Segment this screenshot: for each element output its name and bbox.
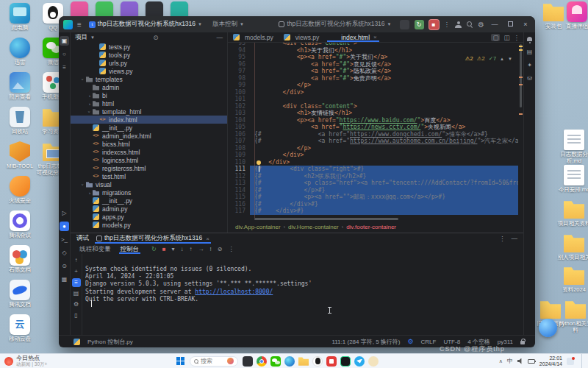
run-config-selector[interactable]: thp日志数据可视化分析系统hx1316 ▼ bbox=[276, 19, 394, 29]
evaluate-icon[interactable]: ! bbox=[210, 246, 212, 252]
vcs-widget[interactable]: 版本控制 ▼ bbox=[209, 19, 247, 29]
code-line-97[interactable]: 97 <a href="#">隐私政策</a> bbox=[228, 68, 518, 75]
code-line-100[interactable]: 100 </div> bbox=[228, 89, 518, 96]
step-over-icon[interactable]: ▾ bbox=[172, 246, 175, 252]
tree-item-admin_index.html[interactable]: <>admin_index.html bbox=[71, 132, 227, 140]
terminal-tool-icon[interactable]: >_ bbox=[60, 235, 69, 244]
tab-index-html[interactable]: index.html × bbox=[324, 32, 381, 42]
code-line-110[interactable]: 110 </div> bbox=[228, 159, 518, 166]
notes-tool-icon[interactable]: ▤ bbox=[525, 47, 534, 57]
input-method-indicator[interactable]: 中 bbox=[507, 357, 513, 365]
taskbar-app-wechat[interactable] bbox=[270, 356, 281, 367]
code-lines[interactable]: 93 <div class="content">94 <h1>关于我们</h1>… bbox=[228, 43, 518, 215]
desktop-icon-项目相关资料[interactable]: 项目相关资料 bbox=[557, 199, 588, 227]
console-settings-icon[interactable]: ⚙ bbox=[72, 300, 81, 309]
desktop-icon-腾讯会议[interactable]: 腾讯会议 bbox=[3, 210, 37, 239]
search-icon[interactable] bbox=[467, 21, 473, 27]
rerun-icon[interactable]: ↻ bbox=[151, 246, 157, 252]
code-line-114[interactable]: 114{# </p>#} bbox=[228, 187, 518, 194]
code-line-108[interactable]: 108 </p> bbox=[228, 145, 518, 152]
tree-item-bicss.html[interactable]: <>bicss.html bbox=[71, 140, 227, 148]
tree-item-templates[interactable]: ›templates bbox=[71, 75, 227, 83]
chevron-icon[interactable]: › bbox=[87, 109, 92, 115]
desktop-icon-迅雷[interactable]: 迅雷 bbox=[3, 38, 37, 66]
taskbar-app-netease-mail[interactable] bbox=[326, 356, 337, 367]
tree-item-migrations[interactable]: ›migrations bbox=[71, 188, 227, 197]
tree-item-apps.py[interactable]: apps.py bbox=[71, 213, 227, 221]
run-to-cursor-icon[interactable]: → bbox=[198, 246, 204, 252]
desktop-icon-python相关资料[interactable]: python相关资料 bbox=[559, 299, 588, 333]
close-button[interactable]: × bbox=[520, 21, 531, 28]
show-desktop-button[interactable] bbox=[581, 354, 584, 368]
project-panel-header[interactable]: 项目 ▼ ⊙ — bbox=[71, 32, 227, 43]
tree-item-__init__.py[interactable]: __init__.py bbox=[71, 124, 227, 132]
taskbar-app-chrome[interactable] bbox=[257, 356, 267, 367]
status-left-label[interactable]: Python 控制台.py bbox=[87, 338, 133, 346]
code-line-94[interactable]: 94 <h1>关于我们</h1> bbox=[228, 47, 518, 54]
desktop-icon-此电脑[interactable]: 此电脑 bbox=[3, 3, 37, 32]
code-line-112[interactable]: 112{# <h2>联系我们</h2>#} bbox=[228, 173, 518, 180]
tab-threads-variables[interactable]: 线程和变量 bbox=[78, 244, 112, 254]
chevron-icon[interactable]: › bbox=[87, 102, 93, 106]
editor-vscrollbar[interactable] bbox=[518, 43, 523, 218]
desktop-icon-今日安排.md[interactable]: 今日安排.md bbox=[557, 165, 588, 194]
taskbar-app-qq[interactable] bbox=[312, 356, 323, 367]
tree-item-bi[interactable]: ›bi bbox=[71, 91, 227, 99]
tree-item-visual[interactable]: ›visual bbox=[71, 180, 227, 188]
taskbar-app-pycharm[interactable] bbox=[340, 356, 351, 367]
debug-tool-icon[interactable]: ● bbox=[60, 222, 69, 231]
code-line-109[interactable]: 109 </div> bbox=[228, 152, 518, 159]
desktop-icon-回收站[interactable]: 回收站 bbox=[3, 107, 37, 135]
tree-item-urls.py[interactable]: urls.py bbox=[71, 59, 227, 67]
desktop-icon-腾讯文档[interactable]: 腾讯文档 bbox=[3, 280, 37, 308]
collapse-all-icon[interactable]: — bbox=[216, 34, 223, 41]
project-tool-icon[interactable]: ▣ bbox=[60, 36, 69, 46]
tree-item-admin.py[interactable]: admin.py bbox=[71, 205, 227, 213]
volume-icon[interactable] bbox=[517, 358, 523, 364]
start-button[interactable] bbox=[176, 357, 185, 366]
breadcrumb-item[interactable]: div.footer-container bbox=[346, 224, 396, 230]
locate-file-icon[interactable]: ⊙ bbox=[153, 34, 158, 41]
clear-console-icon[interactable]: ▯ bbox=[72, 311, 81, 320]
prev-problem-icon[interactable]: ▲ bbox=[500, 57, 504, 61]
stop-button[interactable]: ■ bbox=[429, 20, 439, 29]
more-actions-icon[interactable]: ⋮ bbox=[444, 21, 451, 28]
code-line-98[interactable]: 98 <a href="#">免责声明</a> bbox=[228, 75, 518, 82]
tree-item-html[interactable]: ›html bbox=[71, 99, 227, 107]
hide-panel-icon[interactable]: — bbox=[512, 235, 518, 242]
todo-tool-icon[interactable]: ▦ bbox=[60, 275, 69, 284]
desktop-icon-火绒安全[interactable]: 火绒安全 bbox=[3, 176, 37, 205]
chevron-icon[interactable]: › bbox=[81, 182, 85, 188]
mute-breakpoints-icon[interactable]: ⊘ bbox=[218, 246, 223, 252]
taskbar-app-widget-app[interactable] bbox=[368, 356, 379, 367]
breadcrumb-item[interactable]: div.App-container bbox=[235, 224, 281, 230]
tree-item-admin[interactable]: admin bbox=[71, 83, 227, 91]
settings-gear-icon[interactable]: ⚙ bbox=[478, 21, 484, 29]
commit-tool-icon[interactable]: ○ bbox=[60, 49, 69, 59]
tree-item-tests.py[interactable]: tests.py bbox=[71, 43, 227, 51]
split-editor-icon[interactable]: ◫ bbox=[503, 34, 509, 41]
tree-item-registercss.html[interactable]: <>registercss.html bbox=[71, 164, 227, 172]
tree-item-models.py[interactable]: models.py bbox=[71, 221, 227, 229]
tray-clock[interactable]: 22:01 2024/4/14 bbox=[539, 355, 562, 367]
run-button[interactable] bbox=[400, 20, 409, 29]
services-tool-icon[interactable]: ◇ bbox=[60, 248, 69, 258]
news-widget[interactable]: 今日热点 动新闻 | 30万+ bbox=[0, 355, 51, 367]
close-session-icon[interactable]: × bbox=[206, 236, 209, 242]
notifications-bell-icon[interactable] bbox=[567, 358, 574, 365]
project-tree[interactable]: tests.pytools.pyurls.pyviews.py›template… bbox=[71, 43, 227, 233]
soft-wrap-icon[interactable]: ≡ bbox=[72, 278, 81, 287]
step-out-icon[interactable]: ↑ bbox=[190, 246, 193, 252]
tray-chevron-icon[interactable]: ∧ bbox=[499, 358, 503, 364]
maximize-button[interactable] bbox=[505, 21, 515, 28]
minimize-button[interactable]: — bbox=[490, 21, 500, 28]
taskbar-app-edge[interactable] bbox=[284, 356, 295, 367]
debug-session-tab[interactable]: thp日志数据可视化分析系统hx1316 × bbox=[95, 233, 211, 244]
breadcrumb-item[interactable]: div.Home-container bbox=[288, 224, 339, 230]
code-line-111[interactable]: 111{# <div class="right">#} bbox=[228, 166, 518, 173]
chevron-icon[interactable]: › bbox=[87, 93, 93, 98]
tab-views-py[interactable]: views.py bbox=[279, 32, 325, 42]
code-line-116[interactable]: 116{# </div>#} bbox=[228, 201, 518, 208]
code-line-103[interactable]: 103 <h1>友情链接</h1> bbox=[228, 110, 518, 117]
main-menu-icon[interactable]: ≡ bbox=[77, 21, 82, 29]
